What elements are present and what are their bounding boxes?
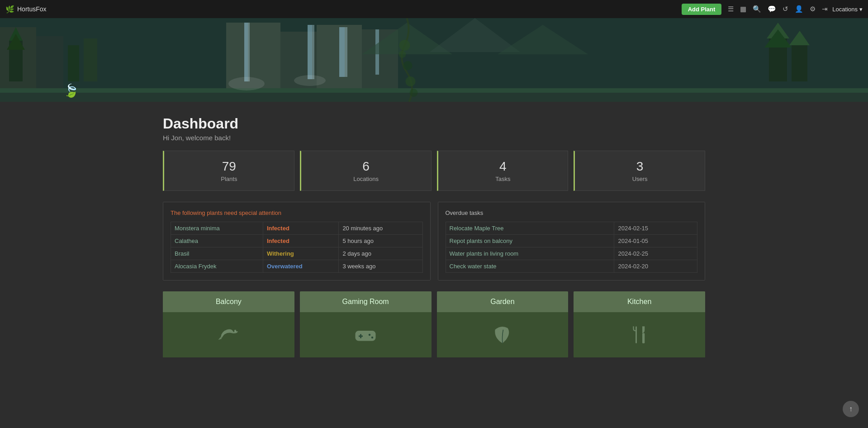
stat-number: 3 (584, 159, 696, 174)
stat-label: Tasks (447, 176, 559, 182)
table-row: Relocate Maple Tree 2024-02-15 (446, 222, 697, 235)
plant-time: 5 hours ago (339, 235, 422, 247)
stat-label: Plants (173, 176, 285, 182)
svg-rect-42 (636, 326, 637, 343)
plant-status: Withering (263, 247, 338, 260)
task-date: 2024-02-25 (614, 247, 697, 260)
brand-name: HortusFox (17, 5, 47, 13)
plant-time: 2 days ago (339, 247, 422, 260)
plant-time: 3 weeks ago (339, 260, 422, 273)
stat-label: Locations (310, 176, 422, 182)
stat-number: 4 (447, 159, 559, 174)
table-row: Brasil Withering 2 days ago (171, 247, 423, 260)
location-card[interactable]: Garden (437, 291, 569, 357)
location-name: Balcony (163, 291, 294, 312)
nav-icons: ☰ ▦ 🔍 💬 ↺ 👤 ⚙ ⇥ (728, 5, 828, 13)
list-icon[interactable]: ☰ (728, 5, 734, 13)
location-card[interactable]: Gaming Room (300, 291, 432, 357)
svg-point-36 (234, 330, 237, 332)
table-row: Repot plants on balcony 2024-01-05 (446, 235, 697, 247)
table-row: Calathea Infected 5 hours ago (171, 235, 423, 247)
attention-title: The following plants need special attent… (171, 209, 423, 216)
svg-rect-43 (642, 333, 645, 343)
overdue-table: Relocate Maple Tree 2024-02-15 Repot pla… (446, 222, 698, 273)
plant-status: Infected (263, 222, 338, 235)
hero-banner: 🍃 (0, 18, 868, 102)
add-plant-button[interactable]: Add Plant (682, 4, 722, 15)
stat-card: 3 Users (574, 151, 705, 191)
search-icon[interactable]: 🔍 (753, 5, 761, 13)
location-name: Garden (437, 291, 569, 312)
svg-point-41 (371, 337, 374, 339)
overdue-panel: Overdue tasks Relocate Maple Tree 2024-0… (438, 202, 706, 281)
attention-panel: The following plants need special attent… (163, 202, 431, 281)
stat-label: Users (584, 176, 696, 182)
table-row: Alocasia Frydek Overwatered 3 weeks ago (171, 260, 423, 273)
locations-grid: Balcony Gaming Room Garden Kitchen (163, 291, 705, 357)
stat-card: 79 Plants (163, 151, 294, 191)
user-icon[interactable]: 👤 (795, 5, 803, 13)
locations-label: Locations (832, 6, 858, 13)
task-name[interactable]: Relocate Maple Tree (446, 222, 614, 235)
history-icon[interactable]: ↺ (783, 5, 788, 13)
settings-icon[interactable]: ⚙ (810, 5, 816, 13)
panels-row: The following plants need special attent… (163, 202, 705, 281)
brand-icon: 🌿 (5, 5, 14, 14)
task-date: 2024-02-20 (614, 260, 697, 273)
plant-name[interactable]: Calathea (171, 235, 263, 247)
scroll-top-button[interactable]: ↑ (843, 401, 859, 417)
plant-name[interactable]: Brasil (171, 247, 263, 260)
location-icon (163, 312, 294, 357)
page-title: Dashboard (163, 115, 868, 132)
location-icon (574, 312, 705, 357)
locations-section: Balcony Gaming Room Garden Kitchen (163, 291, 705, 357)
overdue-title: Overdue tasks (446, 209, 698, 216)
chat-icon[interactable]: 💬 (768, 5, 776, 13)
export-icon[interactable]: ⇥ (822, 5, 828, 13)
stat-card: 6 Locations (300, 151, 432, 191)
main-content: Dashboard Hi Jon, welcome back! 79 Plant… (0, 102, 868, 376)
plant-status: Infected (263, 235, 338, 247)
table-row: Water plants in living room 2024-02-25 (446, 247, 697, 260)
dashboard-header: Dashboard Hi Jon, welcome back! (0, 102, 868, 151)
table-row: Check water state 2024-02-20 (446, 260, 697, 273)
location-card[interactable]: Kitchen (574, 291, 705, 357)
location-icon (300, 312, 432, 357)
hero-vine-decoration (0, 18, 841, 102)
plant-status: Overwatered (263, 260, 338, 273)
grid-icon[interactable]: ▦ (740, 5, 746, 13)
chevron-down-icon: ▾ (859, 6, 863, 13)
attention-table: Monstera minima Infected 20 minutes ago … (171, 222, 423, 273)
stat-number: 79 (173, 159, 285, 174)
navbar: 🌿 HortusFox Add Plant ☰ ▦ 🔍 💬 ↺ 👤 ⚙ ⇥ Lo… (0, 0, 868, 18)
location-icon (437, 312, 569, 357)
stats-row: 79 Plants 6 Locations 4 Tasks 3 Users (163, 151, 705, 191)
task-name[interactable]: Check water state (446, 260, 614, 273)
svg-point-35 (410, 89, 418, 97)
task-name[interactable]: Repot plants on balcony (446, 235, 614, 247)
svg-rect-37 (356, 331, 376, 341)
task-name[interactable]: Water plants in living room (446, 247, 614, 260)
task-date: 2024-02-15 (614, 222, 697, 235)
location-name: Kitchen (574, 291, 705, 312)
plant-time: 20 minutes ago (339, 222, 422, 235)
svg-rect-39 (359, 336, 363, 337)
stat-card: 4 Tasks (437, 151, 569, 191)
task-date: 2024-01-05 (614, 235, 697, 247)
location-card[interactable]: Balcony (163, 291, 294, 357)
plant-name[interactable]: Alocasia Frydek (171, 260, 263, 273)
svg-point-40 (369, 334, 371, 336)
plant-name[interactable]: Monstera minima (171, 222, 263, 235)
svg-point-33 (399, 51, 406, 58)
table-row: Monstera minima Infected 20 minutes ago (171, 222, 423, 235)
brand: 🌿 HortusFox (5, 5, 47, 14)
dashboard-subtitle: Hi Jon, welcome back! (163, 134, 868, 142)
location-name: Gaming Room (300, 291, 432, 312)
svg-point-32 (403, 61, 413, 70)
locations-dropdown[interactable]: Locations ▾ (832, 6, 863, 13)
stat-number: 6 (310, 159, 422, 174)
svg-point-31 (399, 40, 410, 51)
svg-point-34 (406, 76, 416, 86)
